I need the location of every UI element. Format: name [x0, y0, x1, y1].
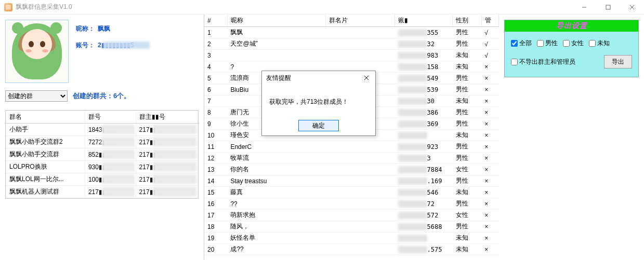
export-check-male[interactable] [537, 40, 544, 47]
group-row[interactable]: 飘飘机器人测试群217▮▮▮▮217▮▮▮▮5 [6, 186, 198, 198]
nickname-label: 昵称： [76, 25, 95, 32]
export-opt-exclude[interactable]: 不导出群主和管理员 [511, 58, 575, 66]
group-cell-id: 852▮▮▮▮ [85, 148, 136, 161]
group-cell-name: 飘飘小助手交流群 [6, 148, 85, 161]
left-pane: 昵称：飘飘 账号：2▮▮▮▮▮▮▮▮5 创建的群 创建的群共：6个。 群名 群号… [0, 15, 204, 260]
dialog-ok-button[interactable]: 确定 [298, 120, 339, 131]
dialog-close-button[interactable] [362, 75, 371, 82]
group-row[interactable]: 飘飘LOL网一比尔...100▮▮▮▮3217▮▮▮▮5 [6, 173, 198, 186]
right-pane: 导出设置 全部 男性 女性 未知 不导出群主和管理员 导出 [499, 15, 644, 260]
app-icon [4, 3, 12, 11]
group-cell-name: 飘飘LOL网一比尔... [6, 173, 85, 186]
nickname-value: 飘飘 [98, 25, 110, 32]
group-cell-name: 小助手 [6, 124, 85, 136]
group-cell-name: LOLPRO换肤 [6, 161, 85, 173]
profile-info: 昵称：飘飘 账号：2▮▮▮▮▮▮▮▮5 [76, 20, 134, 83]
group-row[interactable]: LOLPRO换肤930▮▮▮▮217▮▮▮▮5 [6, 161, 198, 173]
group-col-name[interactable]: 群名 [6, 111, 85, 124]
export-check-unknown[interactable] [589, 40, 596, 47]
group-cell-owner: 217▮▮▮▮5 [136, 161, 198, 173]
group-cell-id: 7272▮▮▮▮ [85, 136, 136, 148]
export-opt-unknown[interactable]: 未知 [589, 39, 610, 48]
export-check-female[interactable] [563, 40, 570, 47]
window-title: 飘飘群信息采集V1.0 [16, 3, 72, 11]
group-type-select[interactable]: 创建的群 [5, 90, 68, 102]
title-bar: 飘飘群信息采集V1.0 [0, 0, 644, 15]
maximize-button[interactable] [596, 0, 620, 14]
group-cell-owner: 217▮▮▮▮5 [136, 186, 198, 198]
group-cell-owner: 217▮▮▮▮5 [136, 136, 198, 148]
group-col-owner[interactable]: 群主▮▮号 [136, 111, 198, 124]
group-cell-owner: 217▮▮▮▮5 [136, 173, 198, 186]
window-controls [572, 0, 644, 14]
group-cell-name: 飘飘机器人测试群 [6, 186, 85, 198]
export-opt-female[interactable]: 女性 [563, 39, 584, 48]
group-row[interactable]: 飘飘小助手交流群27272▮▮▮▮217▮▮▮▮5 [6, 136, 198, 148]
member-pane: # 昵称 群名片 账▮ 性别 管 1飘飘355男性√2天空@城"32男性√398… [204, 15, 499, 260]
account-label: 账号： [76, 42, 95, 49]
group-count-text: 创建的群共：6个。 [73, 91, 130, 101]
export-check-all[interactable] [511, 40, 518, 47]
close-button[interactable] [620, 0, 644, 14]
group-row[interactable]: 飘飘小助手交流群852▮▮▮▮217▮▮▮▮5 [6, 148, 198, 161]
group-col-id[interactable]: 群号 [85, 111, 136, 124]
group-cell-id: 930▮▮▮▮ [85, 161, 136, 173]
svg-rect-1 [606, 5, 610, 9]
minimize-button[interactable] [572, 0, 596, 14]
export-title: 导出设置 [505, 20, 638, 32]
group-cell-owner: 217▮▮▮▮5 [136, 148, 198, 161]
group-table[interactable]: 群名 群号 群主▮▮号 小助手1843▮▮▮▮217▮▮▮▮5飘飘小助手交流群2… [5, 110, 199, 199]
export-button[interactable]: 导出 [604, 55, 632, 69]
alert-dialog: 友情提醒 获取完毕，共713位群成员！ 确定 [261, 71, 376, 136]
group-cell-owner: 217▮▮▮▮5 [136, 124, 198, 136]
group-cell-id: 1843▮▮▮▮ [85, 124, 136, 136]
group-cell-id: 217▮▮▮▮ [85, 186, 136, 198]
group-row[interactable]: 小助手1843▮▮▮▮217▮▮▮▮5 [6, 124, 198, 136]
export-opt-all[interactable]: 全部 [511, 39, 532, 48]
export-panel: 导出设置 全部 男性 女性 未知 不导出群主和管理员 导出 [504, 20, 639, 77]
group-cell-name: 飘飘小助手交流群2 [6, 136, 85, 148]
avatar [5, 20, 69, 83]
group-cell-id: 100▮▮▮▮3 [85, 173, 136, 186]
export-check-exclude[interactable] [511, 59, 518, 65]
dialog-title: 友情提醒 [266, 74, 291, 83]
account-value: 2▮▮▮▮▮▮▮▮5 [98, 42, 134, 49]
dialog-overlay: 友情提醒 获取完毕，共713位群成员！ 确定 [204, 15, 499, 260]
export-opt-male[interactable]: 男性 [537, 39, 558, 48]
dialog-body: 获取完毕，共713位群成员！ [262, 85, 375, 116]
